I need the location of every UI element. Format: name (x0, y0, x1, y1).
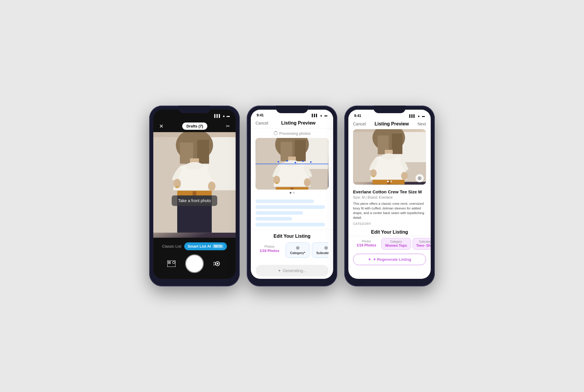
photos-tab-2[interactable]: Photos 1/16 Photos (255, 242, 283, 258)
phone2-screen: 9:41 ▌▌▌ ▲ ▬ Cancel Listing Preview Proc… (251, 110, 333, 279)
svg-rect-38 (392, 134, 402, 154)
svg-point-41 (381, 153, 396, 160)
fashion-photo-svg (153, 132, 236, 238)
result-tabs-3: Photos 1/16 Photos Category Women Tops S… (348, 236, 431, 251)
notch-1 (178, 106, 211, 113)
photos-result-tab[interactable]: Photos 1/16 Photos (353, 238, 380, 250)
svg-point-49 (419, 178, 420, 179)
generating-label: Generating... (283, 268, 307, 273)
svg-point-18 (217, 263, 218, 265)
phone-1: 9:41 ▌▌▌ ▲ ▬ ✕ Drafts (7) ✂ (149, 106, 240, 286)
dot-2 (293, 192, 295, 194)
svg-rect-19 (213, 262, 215, 265)
photos-tab-value-2: 1/16 Photos (260, 249, 279, 253)
svg-rect-44 (372, 176, 375, 177)
subcategory-result-tab-label: Subcategory (416, 240, 431, 243)
skeleton-line-4 (255, 217, 292, 220)
svg-rect-32 (291, 188, 294, 190)
edit-listing-title-2: Edit Your Listing (255, 234, 328, 239)
beta-tag: BETA (213, 244, 223, 248)
svg-rect-10 (175, 186, 179, 188)
processing-label: Processing photos (251, 128, 333, 138)
edit-listing-section-2: Edit Your Listing Photos 1/16 Photos ⊕ C… (251, 230, 333, 261)
scan-dots (270, 160, 321, 165)
svg-point-29 (304, 178, 311, 186)
subcategory-tab-label-2: Subcategory (316, 251, 328, 255)
edit-listing-title-3: Edit Your Listing (348, 228, 431, 236)
category-result-tab[interactable]: Category Women Tops (381, 238, 411, 250)
skeleton-line-3 (255, 211, 303, 215)
skeleton-line-5 (255, 223, 325, 226)
svg-rect-24 (295, 140, 306, 161)
generating-icon: ✦ (278, 268, 281, 273)
svg-point-7 (186, 162, 203, 169)
listing-meta: Size: M | Brand: Everlane (353, 195, 426, 200)
svg-rect-30 (275, 182, 278, 183)
retake-icon (417, 176, 422, 180)
camera-photo-area: Take a front photo (153, 132, 236, 238)
scissors-button[interactable]: ✂ (226, 123, 230, 129)
page-title-2: Listing Preview (281, 120, 315, 126)
next-button[interactable]: Next (418, 122, 426, 126)
photos-tab-label-2: Photos (260, 245, 279, 248)
status-icons-1: ▌▌▌ ▲ ▬ (214, 114, 230, 118)
processing-spinner (274, 131, 278, 135)
shutter-button[interactable] (185, 254, 204, 273)
category-icon-2: ⊕ (290, 245, 305, 251)
dot-1 (290, 192, 291, 194)
gallery-button[interactable] (167, 259, 176, 268)
phone-2: 9:41 ▌▌▌ ▲ ▬ Cancel Listing Preview Proc… (247, 106, 337, 286)
page-title-3: Listing Preview (375, 121, 409, 127)
retake-button[interactable] (416, 174, 424, 182)
listing-info: Everlane Cotton Crew Tee Size M Size: M … (348, 187, 431, 228)
photo-preview-area (255, 138, 328, 190)
subcategory-result-tab[interactable]: Subcategory Tees- Short... (413, 238, 431, 250)
skeleton-line-2 (255, 205, 325, 209)
drafts-button[interactable]: Drafts (7) (182, 123, 207, 130)
dots-indicator-3 (387, 181, 392, 182)
signal-icon-1: ▌▌▌ (214, 114, 221, 118)
category-tab-2[interactable]: ⊕ Category* (286, 242, 310, 258)
smart-list-badge[interactable]: Smart List AI BETA (184, 242, 227, 250)
nav-bar-2: Cancel Listing Preview (251, 119, 333, 128)
close-button[interactable]: ✕ (159, 123, 164, 130)
cancel-button-2[interactable]: Cancel (255, 121, 268, 125)
photos-result-tab-label: Photos (357, 240, 376, 243)
flip-camera-button[interactable] (213, 259, 222, 268)
phone3-screen: 9:41 ▌▌▌ ▲ ▬ Cancel Listing Preview Next (348, 110, 431, 279)
skeleton-lines (251, 196, 333, 230)
regenerate-label: ✦ Regenerate Listing (373, 257, 411, 262)
result-photo-area (353, 129, 426, 185)
listing-desc: This piece offers a classic crew neck, o… (353, 201, 426, 220)
signal-icon-3: ▌▌▌ (409, 114, 416, 118)
status-icons-3: ▌▌▌ ▲ ▬ (409, 114, 425, 118)
cancel-button-3[interactable]: Cancel (353, 122, 366, 126)
dot-r1 (387, 181, 389, 182)
photos-result-tab-value: 1/16 Photos (357, 243, 376, 247)
subcategory-tab-2[interactable]: ⊕ Subcategory (312, 242, 328, 258)
classic-list-label: Classic List (162, 244, 181, 249)
listing-tabs-2: Photos 1/16 Photos ⊕ Category* ⊕ Subcate… (255, 242, 328, 259)
time-3: 9:41 (354, 114, 361, 118)
subcategory-result-tab-value: Tees- Short... (416, 244, 431, 248)
scan-dot (310, 161, 312, 163)
wifi-icon-1: ▲ (222, 114, 225, 118)
subcategory-icon-2: ⊕ (316, 245, 328, 251)
status-icons-2: ▌▌▌ ▲ ▬ (312, 114, 327, 117)
svg-point-16 (173, 261, 175, 264)
scan-dot (278, 161, 279, 162)
svg-rect-15 (168, 261, 171, 264)
wifi-icon-2: ▲ (320, 114, 323, 117)
camera-footer: Classic List Smart List AI BETA (153, 238, 236, 279)
dot-r2 (390, 181, 392, 182)
scan-dot (302, 160, 304, 162)
category-result-tab-value: Women Tops (385, 244, 407, 248)
wifi-icon-3: ▲ (417, 114, 420, 118)
phones-container: 9:41 ▌▌▌ ▲ ▬ ✕ Drafts (7) ✂ (149, 106, 435, 286)
camera-photo-bg: Take a front photo (153, 132, 236, 238)
scan-dot (286, 160, 288, 162)
skeleton-line-1 (255, 200, 314, 203)
regenerate-button[interactable]: ✦ ✦ Regenerate Listing (353, 254, 426, 265)
nav-bar-3: Cancel Listing Preview Next (348, 120, 431, 129)
category-result-tab-label: Category (385, 240, 407, 243)
